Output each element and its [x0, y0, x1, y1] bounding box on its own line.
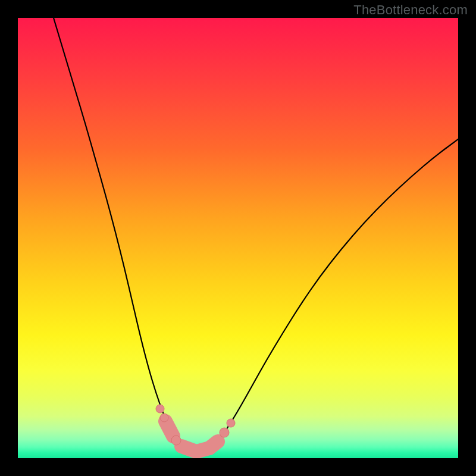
plot-area — [18, 18, 458, 458]
chart-frame: TheBottleneck.com — [0, 0, 476, 476]
marker-dot-2 — [171, 436, 181, 445]
marker-dot-3 — [220, 428, 229, 437]
watermark-text: TheBottleneck.com — [353, 2, 468, 18]
gradient-background — [18, 18, 458, 458]
marker-segment-3 — [209, 441, 218, 448]
marker-dot-0 — [156, 405, 164, 413]
bottleneck-chart — [18, 18, 458, 458]
marker-dot-1 — [160, 414, 168, 422]
marker-segment-0 — [165, 421, 173, 436]
marker-dot-4 — [227, 419, 235, 427]
